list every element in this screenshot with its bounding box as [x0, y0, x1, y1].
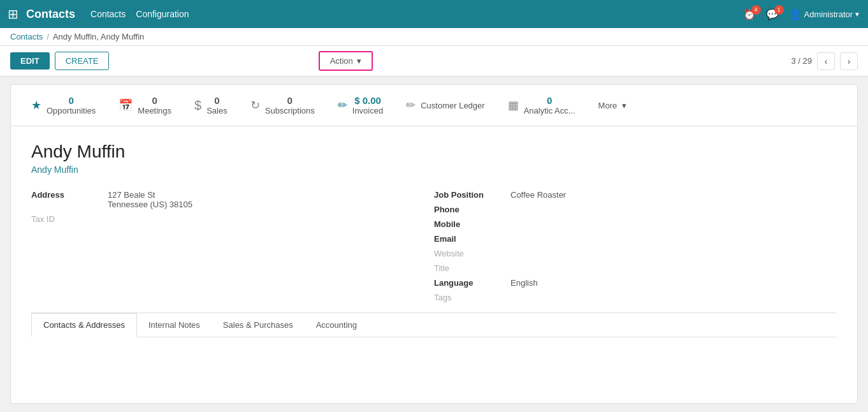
top-navigation: ⊞ Contacts Contacts Configuration ⏰ 4 💬 …	[0, 0, 868, 28]
main-content: ★ 0 Opportunities 📅 0 Meetings $ 0	[0, 77, 868, 411]
record-body: Andy Muffin Andy Muffin Address 127 Beal…	[11, 126, 857, 403]
website-field: Website	[434, 249, 837, 258]
language-value: English	[510, 278, 538, 288]
tab-accounting[interactable]: Accounting	[305, 313, 368, 337]
toolbar: EDIT CREATE Action ▾ 3 / 29 ‹ ›	[0, 46, 868, 77]
chat-badge-container[interactable]: 💬 1	[766, 8, 779, 20]
tab-internal-notes[interactable]: Internal Notes	[137, 313, 212, 337]
action-button[interactable]: Action ▾	[319, 51, 373, 71]
nav-configuration[interactable]: Configuration	[136, 9, 189, 19]
record-name: Andy Muffin	[31, 142, 837, 162]
pagination-total: 29	[803, 56, 812, 66]
subscriptions-label: Subscriptions	[265, 106, 315, 115]
meetings-label: Meetings	[138, 106, 171, 115]
website-label: Website	[434, 249, 510, 258]
smart-buttons-bar: ★ 0 Opportunities 📅 0 Meetings $ 0	[11, 85, 857, 126]
invoiced-button[interactable]: ✏ $ 0.00 Invoiced	[328, 90, 393, 121]
meetings-button[interactable]: 📅 0 Meetings	[108, 90, 182, 121]
record-card: ★ 0 Opportunities 📅 0 Meetings $ 0	[10, 84, 858, 404]
pagination-text: 3 / 29	[791, 56, 812, 66]
meetings-count: 0	[152, 95, 157, 106]
breadcrumb-parent[interactable]: Contacts	[10, 32, 43, 41]
nav-links: Contacts Configuration	[90, 9, 743, 19]
breadcrumb-bar: Contacts / Andy Muffin, Andy Muffin	[0, 28, 868, 46]
nav-contacts[interactable]: Contacts	[90, 9, 126, 19]
invoice-icon: ✏	[338, 98, 347, 112]
record-fields: Address 127 Beale St Tennessee (US) 3810…	[31, 190, 837, 307]
title-label: Title	[434, 263, 510, 273]
language-label: Language	[434, 278, 510, 288]
customer-ledger-button[interactable]: ✏ Customer Ledger	[396, 90, 495, 121]
breadcrumb-current: Andy Muffin, Andy Muffin	[53, 32, 144, 41]
tags-field: Tags	[434, 293, 837, 302]
tabs-bar: Contacts & Addresses Internal Notes Sale…	[31, 313, 837, 337]
analytic-count: 0	[547, 95, 552, 106]
prev-page-button[interactable]: ‹	[817, 52, 835, 70]
opportunities-button[interactable]: ★ 0 Opportunities	[21, 90, 106, 121]
action-dropdown-icon: ▾	[357, 56, 361, 66]
address-field: Address 127 Beale St Tennessee (US) 3810…	[31, 190, 434, 209]
tab-sales-purchases[interactable]: Sales & Purchases	[212, 313, 305, 337]
tags-label: Tags	[434, 293, 510, 302]
address-line2: Tennessee (US) 38105	[108, 200, 192, 209]
grid-menu-icon[interactable]: ⊞	[8, 6, 18, 22]
more-label: More	[598, 101, 618, 110]
customer-ledger-label: Customer Ledger	[421, 101, 484, 110]
taxid-field: Tax ID	[31, 214, 434, 224]
analytic-icon: ▦	[508, 98, 519, 112]
create-button[interactable]: CREATE	[55, 52, 110, 70]
address-value: 127 Beale St Tennessee (US) 38105	[108, 190, 192, 209]
admin-label: Administrator	[804, 10, 853, 19]
clock-badge-container[interactable]: ⏰ 4	[743, 8, 756, 20]
pagination: 3 / 29 ‹ ›	[791, 52, 858, 70]
left-fields: Address 127 Beale St Tennessee (US) 3810…	[31, 190, 434, 307]
tab-contacts-addresses[interactable]: Contacts & Addresses	[31, 313, 137, 337]
subscriptions-button[interactable]: ↻ 0 Subscriptions	[240, 90, 325, 121]
subscriptions-count: 0	[287, 95, 293, 106]
edit-button[interactable]: EDIT	[10, 52, 50, 70]
invoiced-amount: $ 0.00	[354, 95, 381, 106]
clock-badge-count: 4	[751, 5, 761, 15]
job-position-value: Coffee Roaster	[510, 190, 566, 200]
mobile-field: Mobile	[434, 219, 837, 229]
invoiced-label: Invoiced	[352, 106, 383, 115]
phone-field: Phone	[434, 205, 837, 214]
admin-dropdown-icon: ▼	[854, 11, 860, 18]
job-position-field: Job Position Coffee Roaster	[434, 190, 837, 200]
more-button[interactable]: More ▾	[588, 90, 637, 121]
dollar-icon: $	[194, 98, 201, 113]
next-page-button[interactable]: ›	[840, 52, 858, 70]
right-fields: Job Position Coffee Roaster Phone Mobile…	[434, 190, 837, 307]
star-icon: ★	[31, 98, 41, 112]
opportunities-label: Opportunities	[47, 106, 96, 115]
sales-count: 0	[214, 95, 219, 106]
top-nav-right: ⏰ 4 💬 1 👤 Administrator ▼	[743, 8, 860, 20]
record-subtitle[interactable]: Andy Muffin	[31, 165, 837, 175]
opportunities-count: 0	[68, 95, 73, 106]
analytic-label: Analytic Acc...	[524, 106, 575, 115]
email-field: Email	[434, 234, 837, 244]
taxid-label: Tax ID	[31, 214, 108, 224]
ledger-icon: ✏	[406, 98, 416, 112]
refresh-icon: ↻	[250, 98, 260, 112]
user-icon: 👤	[789, 8, 802, 20]
more-dropdown-icon: ▾	[622, 101, 626, 110]
chat-badge-count: 1	[774, 5, 784, 15]
tab-content	[31, 337, 837, 388]
title-field: Title	[434, 263, 837, 273]
mobile-label: Mobile	[434, 219, 510, 229]
calendar-icon: 📅	[119, 98, 133, 112]
app-title: Contacts	[26, 8, 75, 21]
breadcrumb-separator: /	[47, 32, 49, 41]
address-label: Address	[31, 190, 108, 209]
user-menu[interactable]: 👤 Administrator ▼	[789, 8, 860, 20]
action-button-label: Action	[330, 56, 353, 66]
language-field: Language English	[434, 278, 837, 288]
analytic-button[interactable]: ▦ 0 Analytic Acc...	[498, 90, 586, 121]
email-label: Email	[434, 234, 510, 244]
address-line1: 127 Beale St	[108, 190, 155, 200]
sales-label: Sales	[206, 106, 228, 115]
sales-button[interactable]: $ 0 Sales	[184, 90, 238, 121]
phone-label: Phone	[434, 205, 510, 214]
pagination-current: 3	[791, 56, 795, 66]
